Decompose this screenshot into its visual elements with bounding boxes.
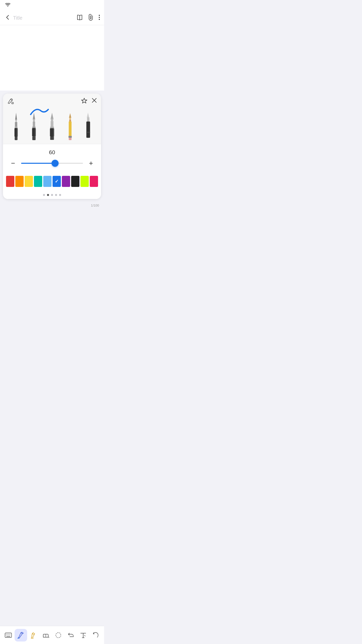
svg-marker-8 <box>15 120 17 122</box>
page-dot-4[interactable] <box>55 194 57 196</box>
pen-item-1[interactable] <box>10 113 22 143</box>
color-swatch-teal[interactable] <box>34 176 42 187</box>
svg-rect-24 <box>50 127 54 128</box>
svg-marker-14 <box>33 113 35 119</box>
tool-panel: 60 − + <box>3 94 101 199</box>
svg-rect-27 <box>53 128 54 139</box>
color-picker <box>3 172 101 191</box>
status-bar <box>0 0 104 11</box>
header: Title <box>0 11 104 25</box>
color-swatch-purple[interactable] <box>62 176 70 187</box>
svg-rect-30 <box>69 120 71 122</box>
slider-increase-button[interactable]: + <box>87 160 95 167</box>
svg-rect-38 <box>86 132 90 133</box>
svg-marker-7 <box>15 113 17 120</box>
slider-decrease-button[interactable]: − <box>9 160 17 167</box>
svg-marker-28 <box>69 113 71 118</box>
pens-row <box>7 108 97 143</box>
svg-rect-33 <box>69 138 71 140</box>
page-title: Title <box>13 15 76 21</box>
book-icon[interactable] <box>76 15 83 22</box>
slider-area: 60 − + <box>3 144 101 172</box>
pen-item-5[interactable] <box>82 113 94 143</box>
svg-rect-32 <box>68 136 72 138</box>
color-swatch-orange[interactable] <box>15 176 24 187</box>
color-swatch-royal-blue[interactable] <box>53 176 61 187</box>
slider-row: − + <box>9 160 95 167</box>
svg-rect-13 <box>17 128 18 140</box>
wifi-icon <box>5 3 11 8</box>
page-dot-3[interactable] <box>51 194 53 196</box>
pen-edit-icon[interactable] <box>7 98 14 105</box>
page-dot-1[interactable] <box>43 194 45 196</box>
attach-icon[interactable] <box>88 14 94 22</box>
svg-rect-31 <box>69 122 71 136</box>
color-swatch-yellow[interactable] <box>25 176 33 187</box>
svg-marker-29 <box>69 118 71 119</box>
color-swatch-blue[interactable] <box>43 176 52 187</box>
slider-fill <box>21 163 55 164</box>
header-icons <box>76 14 100 22</box>
svg-point-3 <box>99 19 100 20</box>
pen-area <box>3 94 101 144</box>
svg-marker-21 <box>51 113 53 119</box>
color-swatch-lime[interactable] <box>80 176 89 187</box>
slider-value: 60 <box>9 149 95 156</box>
svg-rect-17 <box>32 127 36 128</box>
color-swatch-black[interactable] <box>71 176 79 187</box>
page-counter: 1/100 <box>91 204 99 207</box>
svg-rect-23 <box>51 121 53 127</box>
svg-point-1 <box>99 15 100 16</box>
more-icon[interactable] <box>99 15 100 22</box>
svg-rect-10 <box>15 127 17 128</box>
svg-rect-20 <box>35 128 36 139</box>
page-dot-5[interactable] <box>59 194 61 196</box>
svg-rect-37 <box>86 122 90 138</box>
svg-rect-36 <box>87 117 89 122</box>
page-dots <box>3 191 101 199</box>
color-row <box>6 176 98 187</box>
color-swatch-pink[interactable] <box>90 176 98 187</box>
pen-area-header <box>7 98 97 106</box>
pen-close-icon[interactable] <box>92 98 97 106</box>
svg-marker-22 <box>51 119 53 121</box>
pen-item-3[interactable] <box>46 113 58 143</box>
pen-item-4[interactable] <box>64 113 76 143</box>
svg-rect-9 <box>15 122 17 127</box>
pen-item-2[interactable] <box>28 113 40 143</box>
page-dot-2[interactable] <box>47 194 49 196</box>
svg-point-2 <box>99 17 100 18</box>
pen-header-right <box>81 98 97 106</box>
svg-rect-16 <box>33 122 35 127</box>
slider-track[interactable] <box>21 163 83 164</box>
slider-thumb[interactable] <box>52 160 59 167</box>
canvas-area[interactable] <box>0 25 104 91</box>
color-swatch-red[interactable] <box>6 176 14 187</box>
back-button[interactable] <box>4 13 11 23</box>
svg-marker-15 <box>33 119 35 122</box>
pen-star-icon[interactable] <box>81 98 87 106</box>
